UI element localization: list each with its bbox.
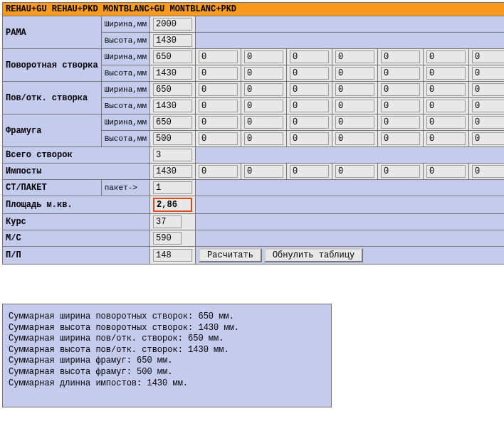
label-povorot-height: Высота,мм xyxy=(101,65,149,82)
povotk-w-0[interactable] xyxy=(153,83,192,96)
label-pp: П/П xyxy=(3,247,150,265)
povotk-h-1[interactable] xyxy=(199,100,238,112)
framuga-h-1[interactable] xyxy=(199,132,238,145)
povorot-w-3[interactable] xyxy=(290,50,329,63)
stpaket-input[interactable] xyxy=(153,181,192,194)
filler xyxy=(196,230,504,247)
total-stvorok-input[interactable] xyxy=(153,149,192,161)
povotk-h-6[interactable] xyxy=(426,100,466,112)
label-povotk-width: Ширина,мм xyxy=(101,82,149,98)
label-kurs: Курс xyxy=(3,214,150,230)
framuga-w-0[interactable] xyxy=(153,116,192,129)
label-total-stvorok: Всего створок xyxy=(3,147,150,164)
povotk-w-3[interactable] xyxy=(290,83,329,96)
povotk-w-1[interactable] xyxy=(199,83,238,96)
imposty-4[interactable] xyxy=(335,165,374,178)
povotk-w-4[interactable] xyxy=(335,83,374,96)
label-framuga-height: Высота,мм xyxy=(101,131,149,147)
imposty-2[interactable] xyxy=(244,165,283,178)
framuga-w-5[interactable] xyxy=(381,116,420,129)
povotk-h-4[interactable] xyxy=(335,100,374,112)
povorot-h-0[interactable] xyxy=(153,67,192,80)
povorot-w-0[interactable] xyxy=(153,50,192,63)
framuga-w-2[interactable] xyxy=(244,116,283,129)
imposty-6[interactable] xyxy=(426,165,466,178)
povotk-h-5[interactable] xyxy=(381,100,420,112)
framuga-h-2[interactable] xyxy=(244,132,283,145)
povotk-h-2[interactable] xyxy=(244,100,283,112)
framuga-h-7[interactable] xyxy=(472,132,504,145)
filler xyxy=(196,196,504,214)
label-imposty: Импосты xyxy=(3,164,150,180)
header-tabs: REHAU+GU REHAU+PKD MONTBLANC+GU MONTBLAN… xyxy=(3,3,505,16)
povotk-w-2[interactable] xyxy=(244,83,283,96)
label-rama-width: Ширина,мм xyxy=(101,16,149,33)
rama-height-input[interactable] xyxy=(153,34,192,47)
imposty-7[interactable] xyxy=(472,165,504,178)
povorot-h-2[interactable] xyxy=(244,67,283,80)
label-povorot-width: Ширина,мм xyxy=(101,49,149,65)
ms-input[interactable] xyxy=(153,232,182,245)
ploshad-input[interactable] xyxy=(153,198,192,212)
summary-box: Суммарная ширина поворотных створок: 650… xyxy=(2,304,332,407)
framuga-h-5[interactable] xyxy=(381,132,420,145)
summary-line: Суммарная ширина пов/отк. створок: 650 м… xyxy=(9,334,325,345)
povorot-w-1[interactable] xyxy=(199,50,238,63)
povorot-w-2[interactable] xyxy=(244,50,283,63)
framuga-w-4[interactable] xyxy=(335,116,374,129)
label-rama-height: Высота,мм xyxy=(101,33,149,49)
povorot-w-7[interactable] xyxy=(472,50,504,63)
label-paket-arrow: пакет-> xyxy=(101,180,149,196)
framuga-w-1[interactable] xyxy=(199,116,238,129)
summary-line: Суммарная ширина поворотных створок: 650… xyxy=(9,311,325,323)
povorot-h-5[interactable] xyxy=(381,67,420,80)
pp-input[interactable] xyxy=(153,249,192,262)
imposty-0[interactable] xyxy=(153,165,192,178)
framuga-h-6[interactable] xyxy=(426,132,466,145)
label-framuga: Фрамуга xyxy=(3,114,102,147)
povotk-w-7[interactable] xyxy=(472,83,504,96)
framuga-h-4[interactable] xyxy=(335,132,374,145)
label-rama: РАМА xyxy=(3,16,102,49)
label-stpaket: СТ/ПАКЕТ xyxy=(3,180,102,196)
povotk-w-5[interactable] xyxy=(381,83,420,96)
povorot-w-5[interactable] xyxy=(381,50,420,63)
povotk-h-7[interactable] xyxy=(472,100,504,112)
povotk-h-0[interactable] xyxy=(153,100,192,112)
povorot-h-6[interactable] xyxy=(426,67,466,80)
imposty-1[interactable] xyxy=(199,165,238,178)
calculator-table: REHAU+GU REHAU+PKD MONTBLANC+GU MONTBLAN… xyxy=(2,2,504,265)
povorot-w-4[interactable] xyxy=(335,50,374,63)
povotk-w-6[interactable] xyxy=(426,83,466,96)
povotk-h-3[interactable] xyxy=(290,100,329,112)
kurs-input[interactable] xyxy=(153,215,182,228)
filler xyxy=(196,214,504,230)
filler xyxy=(196,16,504,33)
imposty-3[interactable] xyxy=(290,165,329,178)
rama-width-input[interactable] xyxy=(153,18,192,31)
label-framuga-width: Ширина,мм xyxy=(101,114,149,131)
framuga-h-0[interactable] xyxy=(153,132,192,145)
reset-button[interactable]: Обнулить таблицу xyxy=(264,248,363,262)
framuga-w-3[interactable] xyxy=(290,116,329,129)
framuga-w-7[interactable] xyxy=(472,116,504,129)
povorot-h-1[interactable] xyxy=(199,67,238,80)
povorot-w-6[interactable] xyxy=(426,50,466,63)
framuga-w-6[interactable] xyxy=(426,116,466,129)
summary-line: Суммарная высота фрамуг: 500 мм. xyxy=(9,367,325,378)
povorot-h-3[interactable] xyxy=(290,67,329,80)
label-povorot: Поворотная створка xyxy=(3,49,102,82)
calculate-button[interactable]: Расчитать xyxy=(199,248,262,262)
povorot-h-4[interactable] xyxy=(335,67,374,80)
framuga-h-3[interactable] xyxy=(290,132,329,145)
summary-line: Суммарная высота пов/отк. створок: 1430 … xyxy=(9,345,325,356)
filler xyxy=(196,180,504,196)
povorot-h-7[interactable] xyxy=(472,67,504,80)
label-ploshad: Площадь м.кв. xyxy=(3,196,150,214)
label-povotk-height: Высота,мм xyxy=(101,98,149,114)
filler xyxy=(196,147,504,164)
filler xyxy=(196,33,504,49)
imposty-5[interactable] xyxy=(381,165,420,178)
summary-line: Суммарная длинна импостов: 1430 мм. xyxy=(9,378,325,390)
summary-line: Суммарная ширина фрамуг: 650 мм. xyxy=(9,356,325,367)
